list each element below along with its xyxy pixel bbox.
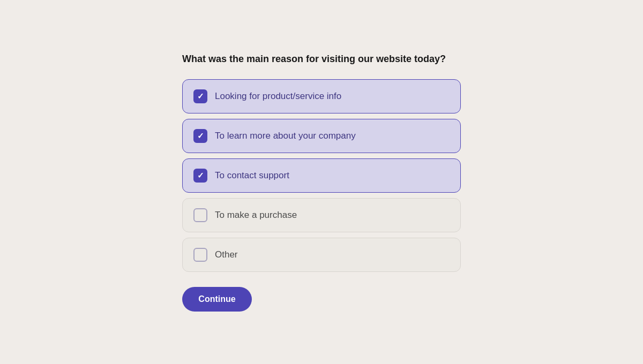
continue-button[interactable]: Continue (182, 287, 252, 312)
survey-question: What was the main reason for visiting ou… (182, 52, 461, 66)
checkbox-1[interactable]: ✓ (193, 89, 207, 103)
option-label-4: To make a purchase (215, 210, 297, 221)
checkbox-3[interactable]: ✓ (193, 169, 207, 183)
checkbox-2[interactable]: ✓ (193, 129, 207, 143)
checkbox-4[interactable] (193, 208, 207, 222)
survey-container: What was the main reason for visiting ou… (182, 52, 461, 311)
checkmark-2: ✓ (197, 132, 204, 140)
option-label-5: Other (215, 249, 238, 260)
checkmark-1: ✓ (197, 92, 204, 100)
option-item-3[interactable]: ✓ To contact support (182, 158, 461, 193)
option-item-4[interactable]: To make a purchase (182, 198, 461, 232)
option-label-2: To learn more about your company (215, 131, 356, 141)
checkmark-3: ✓ (197, 171, 204, 179)
option-label-1: Looking for product/service info (215, 91, 341, 102)
option-item-2[interactable]: ✓ To learn more about your company (182, 119, 461, 153)
option-item-1[interactable]: ✓ Looking for product/service info (182, 79, 461, 113)
checkbox-5[interactable] (193, 248, 207, 262)
option-item-5[interactable]: Other (182, 238, 461, 272)
option-label-3: To contact support (215, 170, 289, 181)
options-list: ✓ Looking for product/service info ✓ To … (182, 79, 461, 272)
